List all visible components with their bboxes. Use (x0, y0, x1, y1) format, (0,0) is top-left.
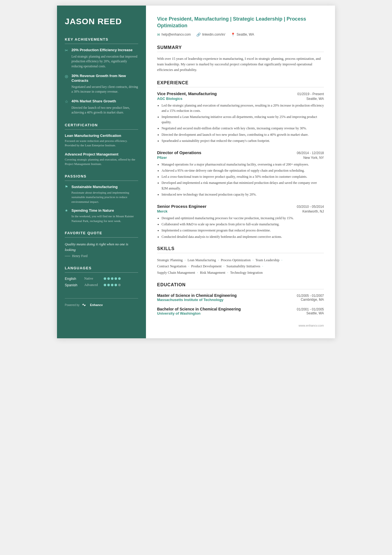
passion-item-1: ⚑ Sustainable Manufacturing Passionate a… (65, 185, 138, 204)
dot-e3 (111, 277, 113, 280)
achievement-icon-2: ◎ (65, 74, 69, 79)
linkedin-icon: 🔗 (196, 33, 201, 37)
dot-e4 (115, 277, 117, 280)
certification-section-title: CERTIFICATION (65, 123, 138, 127)
job-3-title: Senior Process Engineer (157, 204, 207, 209)
job-3-bullet-2: Collaborated with R&D to scale up new pr… (162, 222, 324, 227)
certifications-list: Lean Manufacturing Certification Focused… (65, 134, 138, 166)
job-2-company: Pfizer (157, 156, 167, 160)
achievement-header-1: ✂ 20% Production Efficiency Increase (65, 48, 138, 53)
passion-desc-1: Passionate about developing and implemen… (65, 190, 138, 204)
job-1-bullets: Led the strategic planning and execution… (157, 103, 324, 144)
languages-divider (65, 272, 138, 273)
skill-10: Technology Integration (230, 271, 263, 275)
location-icon: 📍 (231, 33, 235, 37)
passions-list: ⚑ Sustainable Manufacturing Passionate a… (65, 185, 138, 223)
edu-1: Master of Science in Chemical Engineerin… (157, 293, 324, 302)
lang-dots-english (104, 277, 121, 280)
job-3-company: Merck (157, 209, 168, 213)
skill-7: Sustainability Initiatives (226, 264, 260, 268)
sidebar-footer: Powered by Enhancv (65, 298, 138, 307)
job-1-company-row: AGC Biologics Seattle, WA (157, 97, 324, 101)
quote-dash (65, 256, 70, 256)
dot-e1 (104, 277, 106, 280)
job-3: Senior Process Engineer 03/2010 - 05/201… (157, 204, 324, 240)
edu-2-school: University of Washington (157, 311, 200, 315)
job-2-bullet-1: Managed operations for a major pharmaceu… (162, 162, 324, 167)
passion-header-2: ★ Spending Time in Nature (65, 208, 138, 213)
education-divider (157, 289, 324, 289)
skills-dot-9: · (226, 271, 229, 275)
email-icon: ✉ (157, 33, 160, 37)
linkedin-text: linkedin.com/in/ (202, 33, 225, 36)
sidebar: JASON REED KEY ACHIEVEMENTS ✂ 20% Produc… (57, 6, 146, 338)
skills-text: Strategic Planning · Lean Manufacturing … (157, 257, 324, 276)
job-1-header: Vice President, Manufacturing 01/2019 - … (157, 91, 324, 96)
dot-s3 (111, 284, 113, 286)
skills-dot-1: · (184, 258, 186, 262)
edu-2-dates: 01/2001 - 01/2005 (297, 307, 324, 311)
achievement-header-3: ☆ 40% Market Share Growth (65, 99, 138, 104)
edu-2: Bachelor of Science in Chemical Engineer… (157, 307, 324, 315)
contact-email: ✉ help@enhancv.com (157, 33, 191, 37)
passions-section-title: PASSIONS (65, 174, 138, 178)
skill-4: Team Leadership (255, 258, 279, 262)
achievement-desc-2: Negotiated and secured key client contra… (65, 85, 138, 94)
job-2: Director of Operations 06/2014 - 12/2018… (157, 150, 324, 197)
dot-e2 (107, 277, 110, 280)
lang-row-english: English Native (65, 277, 138, 281)
skill-1: Strategic Planning (157, 258, 183, 262)
experience-divider (157, 87, 324, 87)
contact-location: 📍 Seattle, WA (231, 33, 254, 37)
skill-9: Risk Management (200, 271, 225, 275)
languages-list: English Native Spanish Advanced (65, 277, 138, 287)
job-3-header: Senior Process Engineer 03/2010 - 05/201… (157, 204, 324, 209)
achievement-item-2: ◎ 30% Revenue Growth from New Contracts … (65, 74, 138, 94)
dot-s4 (115, 284, 117, 286)
skills-dot-3: · (252, 258, 254, 262)
achievement-title-2: 30% Revenue Growth from New Contracts (71, 74, 138, 83)
passion-icon-1: ⚑ (65, 185, 69, 189)
lang-row-spanish: Spanish Advanced (65, 283, 138, 287)
achievements-divider (65, 44, 138, 44)
skill-3: Process Optimization (221, 258, 250, 262)
achievement-icon-3: ☆ (65, 99, 69, 104)
skills-divider (157, 253, 324, 253)
powered-by-label: Powered by (65, 304, 80, 307)
skills-dot-6: · (223, 264, 225, 268)
cert-desc-1: Focused on waste reduction and process e… (65, 139, 138, 148)
lang-level-english: Native (84, 277, 104, 281)
skills-section-title: SKILLS (157, 246, 324, 251)
certification-divider (65, 129, 138, 130)
job-2-location: New York, NY (303, 156, 324, 160)
job-2-bullets: Managed operations for a major pharmaceu… (157, 162, 324, 197)
job-3-bullet-4: Conducted detailed data analysis to iden… (162, 234, 324, 240)
edu-2-location: Seattle, WA (306, 311, 324, 315)
skills-dot-5: · (187, 264, 190, 268)
quote-author: Henry Ford (65, 254, 138, 258)
skills-dot-4: · (281, 258, 282, 262)
lang-name-english: English (65, 277, 84, 281)
passion-desc-2: In the weekend, you will find me in Moun… (65, 214, 138, 223)
achievement-icon-1: ✂ (65, 48, 69, 53)
languages-section-title: LANGUAGES (65, 266, 138, 270)
cert-desc-2: Covering strategic planning and executio… (65, 157, 138, 166)
quote-author-name: Henry Ford (72, 254, 88, 258)
skill-8: Supply Chain Management (157, 271, 195, 275)
job-1-bullet-1: Led the strategic planning and execution… (162, 103, 324, 114)
job-1-title: Vice President, Manufacturing (157, 91, 217, 96)
job-2-bullet-5: Introduced new technology that increased… (162, 192, 324, 197)
achievement-item-3: ☆ 40% Market Share Growth Directed the l… (65, 99, 138, 115)
edu-2-header: Bachelor of Science in Chemical Engineer… (157, 307, 324, 311)
job-2-bullet-4: Developed and implemented a risk managem… (162, 180, 324, 191)
passion-icon-2: ★ (65, 208, 69, 213)
job-3-bullets: Designed and optimized manufacturing pro… (157, 216, 324, 240)
quote-section-title: FAVORITE QUOTE (65, 231, 138, 235)
job-1-location: Seattle, WA (306, 97, 324, 101)
email-text: help@enhancv.com (162, 33, 191, 36)
job-3-company-row: Merck Kenilworth, NJ (157, 209, 324, 213)
achievements-list: ✂ 20% Production Efficiency Increase Led… (65, 48, 138, 115)
passion-header-1: ⚑ Sustainable Manufacturing (65, 185, 138, 189)
job-1-bullet-4: Directed the development and launch of t… (162, 132, 324, 137)
skills-dot-7: · (261, 264, 263, 268)
